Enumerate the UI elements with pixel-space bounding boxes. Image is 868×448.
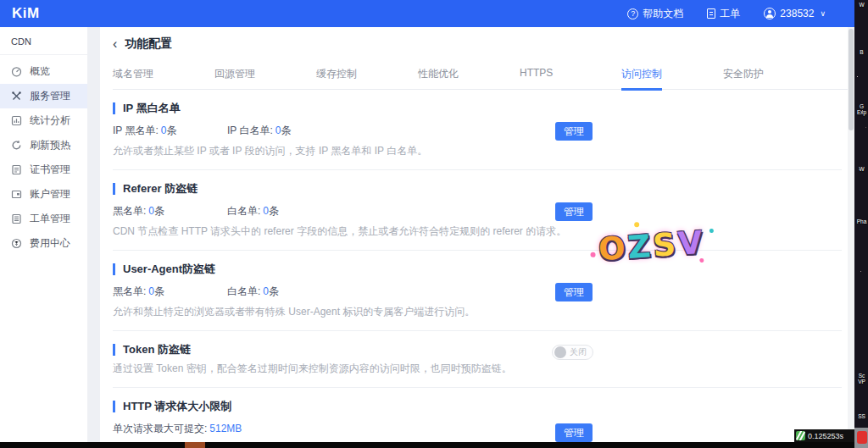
page-scrollbar[interactable] (848, 27, 854, 442)
sidebar-item-work-orders[interactable]: 工单管理 (0, 207, 87, 231)
scrollbar-thumb[interactable] (849, 29, 854, 130)
tools-icon (11, 91, 22, 102)
tab-access-control[interactable]: 访问控制 (621, 67, 723, 89)
ticket-label: 工单 (720, 7, 740, 21)
ozsv-graffiti-sticker: OZSV (598, 224, 706, 268)
referer-whitelist-count: 白名单:0条 (227, 204, 342, 218)
page-load-timer: 0.125253s (794, 429, 854, 442)
sidebar-item-refresh-preheat[interactable]: 刷新预热 (0, 133, 87, 158)
speed-leaf-icon (796, 431, 805, 440)
desktop-icon-b[interactable]: B (856, 49, 867, 55)
section-title: User-Agent防盗链 (113, 263, 842, 275)
token-toggle-off[interactable]: 关闭 (552, 345, 593, 360)
section-fields: 单次请求最大可提交:512MB (113, 422, 842, 436)
section-description: 允许或者禁止某些 IP 或者 IP 段的访问，支持 IP 黑名单和 IP 白名单… (113, 144, 842, 158)
main-panel: ‹ 功能配置 域名管理 回源管理 缓存控制 性能优化 HTTPS 访问控制 安全… (100, 27, 848, 442)
sidebar-item-label: 刷新预热 (30, 138, 70, 152)
sidebar-item-billing[interactable]: 费用中心 (0, 231, 87, 256)
clipboard-list-icon (11, 213, 22, 224)
topbar-actions: ? 帮助文档 工单 238532 ∨ (627, 7, 826, 21)
section-http-body-limit: HTTP 请求体大小限制 单次请求最大可提交:512MB 限制单次请求体的内容大… (113, 388, 842, 448)
section-description: 通过设置 Token 密钥，配合签名过期时间来控制资源内容的访问时限，也同时预防… (113, 362, 842, 376)
page-header: ‹ 功能配置 (113, 27, 848, 52)
toggle-knob (554, 346, 566, 358)
sidebar-item-label: 账户管理 (30, 187, 70, 202)
product-label: CDN (0, 27, 87, 55)
app-topbar: KiM ? 帮助文档 工单 238532 ∨ (0, 0, 854, 27)
desktop-bottom-block (854, 428, 868, 448)
taskbar-app-indicator (185, 442, 205, 448)
page-title: 功能配置 (125, 36, 172, 52)
brand-logo: KiM (12, 5, 40, 22)
ticket-icon (707, 8, 715, 19)
desktop-icon-scvp[interactable]: Sc VP (856, 373, 867, 384)
tab-https[interactable]: HTTPS (520, 67, 621, 89)
section-fields: IP 黑名单:0条 IP 白名单:0条 (113, 124, 842, 138)
tab-bar: 域名管理 回源管理 缓存控制 性能优化 HTTPS 访问控制 安全防护 (113, 67, 848, 90)
load-time-value: 0.125253s (808, 432, 843, 440)
sidebar-item-label: 工单管理 (30, 212, 70, 226)
dashboard-icon (11, 66, 22, 77)
manage-button-ip-list[interactable]: 管理 (555, 122, 593, 141)
help-docs-link[interactable]: ? 帮助文档 (627, 7, 683, 21)
sidebar-item-label: 统计分析 (30, 113, 70, 128)
sidebar-menu: 概览 服务管理 统计分析 刷新预热 证书管理 (0, 59, 87, 256)
certificate-icon (11, 164, 22, 175)
billing-icon (11, 238, 22, 249)
sidebar-item-overview[interactable]: 概览 (0, 59, 87, 84)
section-description: CDN 节点检查 HTTP 请求头中的 referer 字段的信息，禁止或者允许… (113, 224, 842, 239)
ticket-link[interactable]: 工单 (707, 7, 740, 21)
section-title: Token 防盗链 (113, 344, 842, 356)
user-avatar-icon (764, 8, 776, 19)
tab-domain-management[interactable]: 域名管理 (113, 67, 214, 89)
sidebar-item-label: 证书管理 (30, 163, 70, 177)
desktop-edge-strip: W B G Exp W Pha Sc VP SS (854, 0, 868, 448)
browser-window: KiM ? 帮助文档 工单 238532 ∨ CDN (0, 0, 854, 448)
bar-chart-icon (11, 115, 22, 126)
tab-origin-management[interactable]: 回源管理 (214, 67, 316, 89)
red-app-icon[interactable] (857, 431, 867, 444)
user-menu[interactable]: 238532 ∨ (764, 8, 826, 19)
ip-whitelist-count: IP 白名单:0条 (227, 124, 342, 138)
back-button[interactable]: ‹ (113, 38, 117, 50)
sidebar-item-label: 费用中心 (30, 236, 70, 251)
sidebar-item-account[interactable]: 账户管理 (0, 182, 87, 207)
user-id: 238532 (780, 8, 814, 19)
sidebar-item-label: 服务管理 (30, 89, 70, 103)
desktop-icon-gexp[interactable]: G Exp (856, 103, 867, 115)
question-circle-icon: ? (627, 8, 638, 19)
section-title: HTTP 请求体大小限制 (113, 401, 842, 412)
section-fields: 黑名单:0条 白名单:0条 (113, 285, 842, 299)
ua-whitelist-count: 白名单:0条 (227, 285, 342, 299)
section-user-agent-hotlink: User-Agent防盗链 黑名单:0条 白名单:0条 允许和禁止特定的浏览器或… (113, 251, 842, 331)
ip-blacklist-count: IP 黑名单:0条 (113, 124, 227, 138)
sidebar-item-service-management[interactable]: 服务管理 (0, 84, 87, 108)
ua-blacklist-count: 黑名单:0条 (113, 285, 227, 299)
referer-blacklist-count: 黑名单:0条 (113, 204, 227, 218)
sidebar-item-certificates[interactable]: 证书管理 (0, 158, 87, 182)
manage-button-user-agent[interactable]: 管理 (555, 283, 593, 301)
max-request-size: 单次请求最大可提交:512MB (113, 422, 242, 436)
account-card-icon (11, 189, 22, 200)
manage-button-referer[interactable]: 管理 (555, 202, 593, 221)
refresh-icon (11, 140, 22, 151)
section-ip-blackwhite-list: IP 黑白名单 IP 黑名单:0条 IP 白名单:0条 允许或者禁止某些 IP … (113, 90, 842, 170)
section-description: 允许和禁止特定的浏览器或者带有特殊 User-Agent 标识的专属客户端进行访… (113, 305, 842, 319)
desktop-icon-w1[interactable]: W (856, 2, 867, 8)
toggle-label: 关闭 (570, 346, 587, 358)
desktop-icon-ss[interactable]: SS (856, 413, 867, 419)
tab-security[interactable]: 安全防护 (723, 67, 825, 89)
help-docs-label: 帮助文档 (643, 7, 683, 21)
tab-performance[interactable]: 性能优化 (418, 67, 520, 89)
chevron-down-icon: ∨ (820, 9, 826, 18)
taskbar (0, 442, 854, 448)
sidebar-item-statistics[interactable]: 统计分析 (0, 108, 87, 133)
manage-button-body-limit[interactable]: 管理 (555, 423, 593, 442)
tab-cache-control[interactable]: 缓存控制 (316, 67, 418, 89)
section-title: IP 黑白名单 (113, 102, 842, 114)
desktop-icon-pha[interactable]: Pha (856, 218, 867, 224)
desktop-icon-w2[interactable]: W (856, 166, 867, 172)
section-token-hotlink: Token 防盗链 通过设置 Token 密钥，配合签名过期时间来控制资源内容的… (113, 331, 842, 388)
section-fields: 黑名单:0条 白名单:0条 (113, 204, 842, 218)
section-title: Referer 防盗链 (113, 183, 842, 195)
